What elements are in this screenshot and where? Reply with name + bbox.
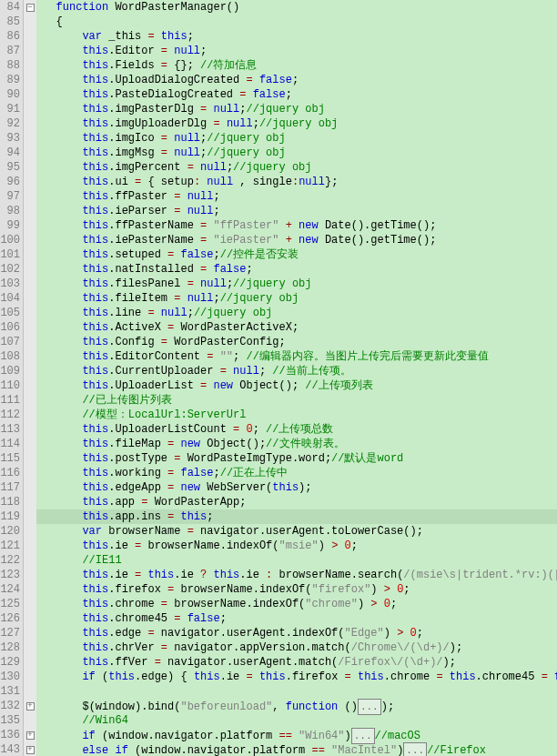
fold-cell[interactable] bbox=[24, 640, 36, 655]
fold-column[interactable]: − + ++++− bbox=[24, 0, 36, 756]
fold-cell[interactable] bbox=[24, 29, 36, 44]
fold-cell[interactable] bbox=[24, 102, 36, 116]
fold-cell[interactable]: + bbox=[24, 699, 36, 713]
fold-cell[interactable] bbox=[24, 655, 36, 670]
fold-cell[interactable] bbox=[24, 539, 36, 553]
fold-cell[interactable] bbox=[24, 713, 36, 728]
fold-cell[interactable] bbox=[24, 320, 36, 335]
fold-cell[interactable] bbox=[24, 626, 36, 640]
code-line[interactable]: this.chrome = browserName.indexOf("chrom… bbox=[36, 597, 557, 611]
code-line[interactable]: this.postType = WordPasteImgType.word;//… bbox=[36, 451, 557, 466]
code-line[interactable]: this.ActiveX = WordPasterActiveX; bbox=[36, 320, 557, 335]
fold-cell[interactable] bbox=[24, 160, 36, 175]
fold-cell[interactable] bbox=[24, 233, 36, 247]
code-line[interactable]: //IE11 bbox=[36, 553, 557, 568]
fold-cell[interactable] bbox=[24, 611, 36, 626]
code-line[interactable]: this.imgUploaderDlg = null;//jquery obj bbox=[36, 116, 557, 131]
code-line[interactable] bbox=[36, 684, 557, 699]
fold-cell[interactable] bbox=[24, 146, 36, 160]
code-line[interactable]: this.ui = { setup: null , single:null}; bbox=[36, 175, 557, 189]
code-line[interactable]: this.imgIco = null;//jquery obj bbox=[36, 131, 557, 146]
code-line[interactable]: this.Fields = {}; //符加信息 bbox=[36, 58, 557, 73]
code-line[interactable]: this.UploaderList = new Object(); //上传项列… bbox=[36, 378, 557, 393]
code-line[interactable]: this.Config = WordPasterConfig; bbox=[36, 335, 557, 349]
fold-cell[interactable] bbox=[24, 568, 36, 582]
fold-cell[interactable] bbox=[24, 44, 36, 58]
fold-minus-icon[interactable]: − bbox=[26, 4, 35, 12]
fold-cell[interactable] bbox=[24, 582, 36, 597]
fold-cell[interactable] bbox=[24, 349, 36, 364]
code-line[interactable]: this.edgeApp = new WebServer(this); bbox=[36, 480, 557, 495]
code-line[interactable]: { bbox=[36, 15, 557, 29]
code-line[interactable]: this.imgPercent = null;//jquery obj bbox=[36, 160, 557, 175]
fold-cell[interactable] bbox=[24, 466, 36, 480]
fold-cell[interactable] bbox=[24, 509, 36, 524]
code-line[interactable]: this.app.ins = this; bbox=[36, 509, 557, 524]
code-line[interactable]: this.EditorContent = ""; //编辑器内容。当图片上传完后… bbox=[36, 349, 557, 364]
fold-cell[interactable] bbox=[24, 131, 36, 146]
code-line[interactable]: this.filesPanel = null;//jquery obj bbox=[36, 277, 557, 291]
code-line[interactable]: this.app = WordPasterApp; bbox=[36, 495, 557, 509]
code-line[interactable]: this.ffVer = navigator.userAgent.match(/… bbox=[36, 655, 557, 670]
code-line[interactable]: this.Editor = null; bbox=[36, 44, 557, 58]
fold-cell[interactable] bbox=[24, 175, 36, 189]
fold-cell[interactable] bbox=[24, 422, 36, 437]
code-line[interactable]: else if (window.navigator.platform == "M… bbox=[36, 742, 557, 756]
code-line[interactable]: //模型：LocalUrl:ServerUrl bbox=[36, 408, 557, 422]
fold-cell[interactable] bbox=[24, 408, 36, 422]
code-line[interactable]: this.firefox = browserName.indexOf("fire… bbox=[36, 582, 557, 597]
code-line[interactable]: this.ieParser = null; bbox=[36, 204, 557, 218]
fold-cell[interactable] bbox=[24, 684, 36, 699]
fold-cell[interactable] bbox=[24, 116, 36, 131]
fold-cell[interactable]: + bbox=[24, 728, 36, 742]
code-area[interactable]: function WordPasterManager() { var _this… bbox=[36, 0, 557, 756]
fold-cell[interactable]: + bbox=[24, 742, 36, 756]
code-line[interactable]: this.ie = browserName.indexOf("msie") > … bbox=[36, 539, 557, 553]
code-line[interactable]: this.working = false;//正在上传中 bbox=[36, 466, 557, 480]
code-line[interactable]: if (this.edge) { this.ie = this.firefox … bbox=[36, 670, 557, 684]
code-line[interactable]: var _this = this; bbox=[36, 29, 557, 44]
fold-cell[interactable] bbox=[24, 524, 36, 539]
fold-cell[interactable] bbox=[24, 262, 36, 277]
fold-cell[interactable] bbox=[24, 306, 36, 320]
fold-cell[interactable] bbox=[24, 58, 36, 73]
code-line[interactable]: this.chrome45 = false; bbox=[36, 611, 557, 626]
code-line[interactable]: var browserName = navigator.userAgent.to… bbox=[36, 524, 557, 539]
fold-cell[interactable] bbox=[24, 73, 36, 87]
fold-plus-icon[interactable]: + bbox=[26, 746, 35, 754]
fold-cell[interactable] bbox=[24, 553, 36, 568]
fold-cell[interactable] bbox=[24, 451, 36, 466]
code-line[interactable]: this.fileMap = new Object();//文件映射表。 bbox=[36, 437, 557, 451]
code-line[interactable]: this.setuped = false;//控件是否安装 bbox=[36, 247, 557, 262]
fold-cell[interactable] bbox=[24, 364, 36, 378]
fold-cell[interactable] bbox=[24, 291, 36, 306]
fold-cell[interactable] bbox=[24, 480, 36, 495]
code-line[interactable]: this.natInstalled = false; bbox=[36, 262, 557, 277]
code-line[interactable]: this.PasteDialogCreated = false; bbox=[36, 87, 557, 102]
code-line[interactable]: this.UploadDialogCreated = false; bbox=[36, 73, 557, 87]
fold-cell[interactable] bbox=[24, 218, 36, 233]
fold-plus-icon[interactable]: + bbox=[26, 702, 35, 711]
code-line[interactable]: this.edge = navigator.userAgent.indexOf(… bbox=[36, 626, 557, 640]
code-line[interactable]: this.iePasterName = "iePaster" + new Dat… bbox=[36, 233, 557, 247]
code-line[interactable]: this.UploaderListCount = 0; //上传项总数 bbox=[36, 422, 557, 437]
code-line[interactable]: this.CurrentUploader = null; //当前上传项。 bbox=[36, 364, 557, 378]
code-line[interactable]: function WordPasterManager() bbox=[36, 0, 557, 15]
fold-cell[interactable]: − bbox=[24, 0, 36, 15]
code-line[interactable]: //已上传图片列表 bbox=[36, 393, 557, 408]
code-line[interactable]: if (window.navigator.platform == "Win64"… bbox=[36, 728, 557, 742]
code-line[interactable]: this.imgPasterDlg = null;//jquery obj bbox=[36, 102, 557, 116]
fold-cell[interactable] bbox=[24, 597, 36, 611]
fold-ellipsis[interactable]: ... bbox=[358, 699, 381, 715]
code-line[interactable]: $(window).bind("beforeunload", function … bbox=[36, 699, 557, 713]
code-line[interactable]: this.ffPaster = null; bbox=[36, 189, 557, 204]
code-line[interactable]: this.chrVer = navigator.appVersion.match… bbox=[36, 640, 557, 655]
fold-cell[interactable] bbox=[24, 189, 36, 204]
fold-cell[interactable] bbox=[24, 393, 36, 408]
fold-cell[interactable] bbox=[24, 437, 36, 451]
code-line[interactable]: this.line = null;//jquery obj bbox=[36, 306, 557, 320]
code-line[interactable]: this.imgMsg = null;//jquery obj bbox=[36, 146, 557, 160]
code-line[interactable]: this.fileItem = null;//jquery obj bbox=[36, 291, 557, 306]
fold-cell[interactable] bbox=[24, 87, 36, 102]
code-editor[interactable]: 8485868788899091929394959697989910010110… bbox=[0, 0, 557, 756]
